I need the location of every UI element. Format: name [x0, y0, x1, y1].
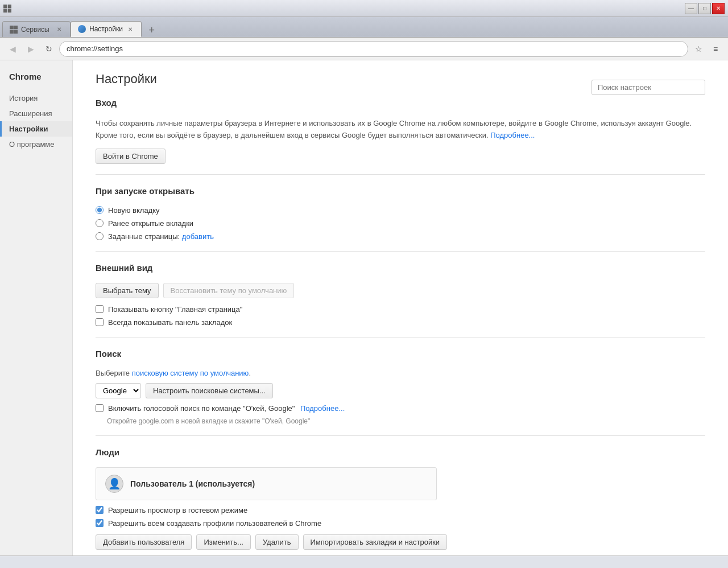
bookmarks-bar-checkbox-row: Всегда показывать панель закладок [96, 318, 705, 327]
nav-bar: ◀ ▶ ↻ ☆ ≡ [0, 38, 728, 60]
appearance-section: Внешний вид Выбрать тему Восстановить те… [96, 263, 705, 327]
default-search-link[interactable]: поисковую систему по умолчанию [132, 369, 249, 377]
back-button[interactable]: ◀ [5, 41, 20, 57]
home-btn-checkbox[interactable] [96, 305, 104, 313]
appearance-title: Внешний вид [96, 263, 705, 276]
user-avatar: 👤 [105, 475, 123, 493]
content-area: Настройки Вход Чтобы сохранять личные па… [73, 60, 728, 555]
sidebar-item-about[interactable]: О программе [0, 137, 72, 152]
close-button[interactable]: ✕ [712, 3, 725, 14]
search-section: Поиск Выберите поисковую систему по умол… [96, 349, 705, 425]
tab-settings[interactable]: Настройки ✕ [71, 21, 142, 37]
bookmarks-bar-label: Всегда показывать панель закладок [108, 318, 232, 327]
signin-button[interactable]: Войти в Chrome [96, 149, 166, 164]
startup-label-new-tab: Новую вкладку [108, 206, 160, 215]
profiles-label: Разрешить всем создавать профили пользов… [108, 519, 321, 528]
title-bar: — □ ✕ [0, 0, 728, 17]
address-bar[interactable] [59, 41, 688, 57]
voice-search-checkbox[interactable] [96, 404, 104, 412]
app-icon [3, 5, 11, 13]
title-bar-left [3, 5, 11, 13]
settings-search[interactable] [592, 80, 705, 95]
search-engine-group: Google Настроить поисковые системы... [96, 383, 705, 398]
sidebar-item-extensions[interactable]: Расширения [0, 106, 72, 121]
user-profile-box: 👤 Пользователь 1 (используется) [96, 467, 437, 500]
services-favicon [10, 26, 18, 34]
main-area: Chrome История Расширения Настройки О пр… [0, 60, 728, 555]
new-tab-button[interactable]: + [144, 23, 160, 37]
login-desc: Чтобы сохранять личные параметры браузер… [96, 118, 705, 142]
window-controls: — □ ✕ [685, 3, 725, 14]
sidebar: Chrome История Расширения Настройки О пр… [0, 60, 73, 555]
voice-search-checkbox-row: Включить голосовой поиск по команде "О'к… [96, 404, 705, 413]
theme-buttons: Выбрать тему Восстановить тему по умолча… [96, 283, 705, 298]
tab-services-close[interactable]: ✕ [55, 26, 63, 34]
bookmark-button[interactable]: ☆ [690, 41, 706, 57]
maximize-button[interactable]: □ [698, 3, 711, 14]
profiles-checkbox-row: Разрешить всем создавать профили пользов… [96, 519, 705, 528]
startup-radio-new-tab[interactable] [96, 206, 104, 214]
add-user-button[interactable]: Добавить пользователя [96, 534, 192, 550]
login-more-link[interactable]: Подробнее... [490, 131, 535, 139]
configure-search-button[interactable]: Настроить поисковые системы... [146, 383, 273, 398]
tab-services[interactable]: Сервисы ✕ [2, 21, 71, 37]
nav-right: ☆ ≡ [690, 41, 723, 57]
status-bar [0, 555, 728, 568]
tabs-bar: Сервисы ✕ Настройки ✕ + [0, 17, 728, 38]
startup-title: При запуске открывать [96, 186, 705, 199]
tab-services-label: Сервисы [21, 26, 49, 34]
startup-radio-specific[interactable] [96, 232, 104, 240]
import-button[interactable]: Импортировать закладки и настройки [303, 534, 448, 550]
forward-button[interactable]: ▶ [23, 41, 39, 57]
people-title: Люди [96, 447, 705, 460]
menu-button[interactable]: ≡ [708, 41, 723, 57]
startup-add-link[interactable]: добавить [182, 232, 214, 241]
voice-search-link[interactable]: Подробнее... [300, 404, 345, 413]
login-title: Вход [96, 98, 705, 111]
user-name: Пользователь 1 (используется) [130, 479, 255, 488]
minimize-button[interactable]: — [685, 3, 697, 14]
settings-favicon [78, 25, 86, 33]
login-section: Вход Чтобы сохранять личные параметры бр… [96, 98, 705, 164]
people-buttons: Добавить пользователя Изменить... Удалит… [96, 534, 705, 550]
voice-search-hint: Откройте google.com в новой вкладке и ск… [107, 417, 705, 425]
startup-label-prev-tabs: Ранее открытые вкладки [108, 219, 193, 228]
startup-option-new-tab: Новую вкладку [96, 206, 705, 215]
startup-label-specific: Заданные страницы: добавить [108, 232, 214, 241]
reload-button[interactable]: ↻ [41, 41, 57, 57]
guest-mode-checkbox[interactable] [96, 506, 104, 514]
search-engine-select[interactable]: Google [96, 383, 141, 398]
startup-section: При запуске открывать Новую вкладку Ране… [96, 186, 705, 241]
search-title: Поиск [96, 349, 705, 362]
people-section: Люди 👤 Пользователь 1 (используется) Раз… [96, 447, 705, 550]
home-btn-label: Показывать кнопку "Главная страница" [108, 305, 242, 314]
sidebar-item-history[interactable]: История [0, 90, 72, 106]
search-desc: Выберите поисковую систему по умолчанию. [96, 369, 705, 377]
sidebar-item-settings[interactable]: Настройки [0, 121, 72, 137]
delete-user-button[interactable]: Удалить [255, 534, 299, 550]
startup-options: Новую вкладку Ранее открытые вкладки Зад… [96, 206, 705, 241]
edit-user-button[interactable]: Изменить... [196, 534, 250, 550]
startup-option-specific: Заданные страницы: добавить [96, 232, 705, 241]
voice-search-label: Включить голосовой поиск по команде "О'к… [108, 404, 345, 413]
startup-option-prev-tabs: Ранее открытые вкладки [96, 219, 705, 228]
home-btn-checkbox-row: Показывать кнопку "Главная страница" [96, 305, 705, 314]
sidebar-brand: Chrome [0, 67, 72, 90]
guest-mode-checkbox-row: Разрешить просмотр в гостевом режиме [96, 506, 705, 515]
guest-mode-label: Разрешить просмотр в гостевом режиме [108, 506, 247, 515]
browser-window: — □ ✕ Сервисы ✕ Настройки ✕ + ◀ ▶ ↻ ☆ ≡ [0, 0, 728, 568]
startup-radio-prev-tabs[interactable] [96, 219, 104, 227]
tab-settings-label: Настройки [89, 25, 123, 33]
restore-theme-button[interactable]: Восстановить тему по умолчанию [163, 283, 295, 298]
page-header: Настройки [96, 72, 705, 87]
profiles-checkbox[interactable] [96, 519, 104, 527]
choose-theme-button[interactable]: Выбрать тему [96, 283, 159, 298]
tab-settings-close[interactable]: ✕ [126, 25, 134, 33]
bookmarks-bar-checkbox[interactable] [96, 318, 104, 326]
